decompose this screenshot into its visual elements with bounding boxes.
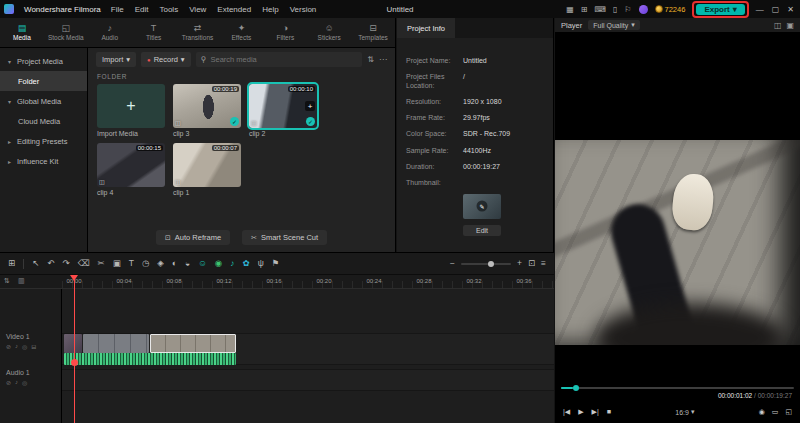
- mini-player-icon[interactable]: ▭: [772, 408, 779, 416]
- tab-stock-media[interactable]: ◱ Stock Media: [44, 18, 88, 47]
- edit-thumbnail-button[interactable]: Edit: [463, 225, 501, 236]
- previous-frame-button[interactable]: |◀: [563, 408, 570, 416]
- next-frame-button[interactable]: ▶|: [592, 408, 599, 416]
- keyframe-icon[interactable]: ◈: [157, 259, 164, 268]
- detach-player-icon[interactable]: ▣: [786, 21, 794, 30]
- chevron-right-icon[interactable]: ▸: [8, 158, 14, 165]
- mobile-device-icon[interactable]: ▯: [613, 5, 617, 14]
- snapshot-icon[interactable]: ◉: [759, 408, 765, 416]
- export-button[interactable]: Export ▾: [696, 4, 744, 15]
- zoom-slider[interactable]: [461, 263, 511, 265]
- coin-balance[interactable]: 72246: [655, 5, 686, 14]
- playhead-dot[interactable]: [71, 359, 78, 366]
- import-media-tile[interactable]: + Import Media: [97, 84, 165, 137]
- tab-transitions[interactable]: ⇄ Transitions: [176, 18, 220, 47]
- chevron-right-icon[interactable]: ▸: [8, 138, 14, 145]
- sidebar-item-project-media[interactable]: ▾ Project Media: [0, 51, 87, 71]
- chevron-down-icon[interactable]: ▾: [8, 58, 14, 65]
- sidebar-item-cloud-media[interactable]: Cloud Media: [0, 111, 87, 131]
- notification-bell-icon[interactable]: ⚐: [624, 5, 631, 14]
- timeline-clip-segment-selected[interactable]: [150, 334, 236, 353]
- layout-grid-icon[interactable]: ⊞: [8, 259, 15, 268]
- fullscreen-icon[interactable]: ◱: [785, 408, 792, 416]
- track-disable-icon[interactable]: ⊘: [6, 343, 11, 350]
- playback-scrubber[interactable]: [561, 386, 794, 390]
- smart-cut-icon[interactable]: ◉: [215, 259, 222, 268]
- ai-color-icon[interactable]: ✿: [243, 259, 250, 268]
- clip-thumbnail[interactable]: 00:00:07 ◫: [173, 143, 241, 187]
- color-icon[interactable]: ◐: [172, 259, 177, 268]
- tab-templates[interactable]: ⊟ Templates: [351, 18, 395, 47]
- minimize-button[interactable]: —: [756, 5, 764, 14]
- layout-icon[interactable]: ⊞: [581, 5, 588, 14]
- media-search-box[interactable]: ⚲: [196, 52, 363, 67]
- clip-thumbnail[interactable]: 00:00:15 ◫: [97, 143, 165, 187]
- track-resize-icon[interactable]: ⇅: [4, 277, 10, 285]
- timeline-ruler[interactable]: ⇅ ▥ 00:00 00:04 00:08 00:12 00:16 00:20 …: [0, 275, 554, 289]
- fit-timeline-icon[interactable]: ⊡: [528, 259, 535, 268]
- undo-icon[interactable]: ↶: [47, 259, 54, 268]
- pencil-edit-icon[interactable]: ✎: [477, 201, 488, 212]
- track-lock-icon[interactable]: ⊟: [31, 343, 36, 350]
- menu-help[interactable]: Help: [262, 5, 278, 14]
- maximize-button[interactable]: ▢: [772, 5, 780, 14]
- gift-icon[interactable]: ▦: [566, 5, 574, 14]
- filter-icon[interactable]: ⇅: [367, 55, 374, 64]
- tab-effects[interactable]: ✦ Effects: [219, 18, 263, 47]
- menu-file[interactable]: File: [111, 5, 124, 14]
- tab-filters[interactable]: ◑ Filters: [263, 18, 307, 47]
- track-mute-icon[interactable]: ♪: [15, 343, 18, 350]
- track-hide-icon[interactable]: ◎: [22, 343, 27, 350]
- select-tool-icon[interactable]: ↖: [32, 259, 39, 268]
- sidebar-item-global-media[interactable]: ▾ Global Media: [0, 91, 87, 111]
- timeline-lanes[interactable]: [62, 289, 554, 423]
- ai-audio-icon[interactable]: ♪: [230, 259, 234, 268]
- media-clip-1[interactable]: 00:00:07 ◫ clip 1: [173, 143, 241, 196]
- tab-stickers[interactable]: ☺ Stickers: [307, 18, 351, 47]
- tab-titles[interactable]: T Titles: [132, 18, 176, 47]
- tab-project-info[interactable]: Project Info: [397, 18, 455, 38]
- redo-icon[interactable]: ↷: [62, 259, 69, 268]
- speed-icon[interactable]: ◷: [142, 259, 149, 268]
- zoom-in-icon[interactable]: +: [517, 259, 522, 268]
- import-media-thumbnail[interactable]: +: [97, 84, 165, 128]
- delete-icon[interactable]: ⌫: [78, 259, 90, 268]
- export-caret-icon[interactable]: ▾: [733, 5, 737, 14]
- auto-reframe-button[interactable]: ⊡ Auto Reframe: [156, 230, 230, 245]
- clip-thumbnail[interactable]: 00:00:19 ◫ ✓: [173, 84, 241, 128]
- media-clip-4[interactable]: 00:00:15 ◫ clip 4: [97, 143, 165, 196]
- track-hide-icon[interactable]: ◎: [22, 379, 27, 386]
- media-clip-3[interactable]: 00:00:19 ◫ ✓ clip 3: [173, 84, 241, 137]
- video-viewport[interactable]: [555, 32, 800, 382]
- chevron-down-icon[interactable]: ▾: [8, 98, 14, 105]
- menu-extended[interactable]: Extended: [217, 5, 251, 14]
- zoom-out-icon[interactable]: −: [450, 259, 455, 268]
- microphone-icon[interactable]: ψ: [258, 259, 264, 268]
- ai-portrait-icon[interactable]: ☺: [198, 259, 207, 268]
- close-button[interactable]: ✕: [787, 5, 794, 14]
- scrubber-track[interactable]: [561, 387, 794, 389]
- menu-view[interactable]: View: [189, 5, 206, 14]
- quality-dropdown[interactable]: Full Quality ▾: [588, 20, 640, 30]
- marker-icon[interactable]: ⚑: [272, 259, 280, 268]
- video-track-header[interactable]: Video 1 ⊘ ♪ ◎ ⊟: [0, 333, 61, 350]
- audio-track-lane[interactable]: [62, 369, 554, 391]
- tab-audio[interactable]: ♪ Audio: [88, 18, 132, 47]
- media-clip-2[interactable]: 00:00:10 ◫ ✓ + clip 2: [249, 84, 317, 137]
- search-input[interactable]: [210, 55, 357, 64]
- scrubber-handle[interactable]: [573, 385, 579, 391]
- aspect-ratio-dropdown[interactable]: 16:9 ▾: [675, 408, 694, 416]
- track-mute-icon[interactable]: ♪: [15, 379, 18, 386]
- text-tool-icon[interactable]: T: [129, 259, 134, 268]
- pip-icon[interactable]: ◫: [774, 21, 782, 30]
- audio-waveform[interactable]: [64, 353, 236, 365]
- mask-icon[interactable]: ◒: [185, 259, 190, 268]
- playhead-line[interactable]: [74, 275, 75, 423]
- project-thumbnail[interactable]: ✎: [463, 194, 501, 219]
- stop-button[interactable]: ■: [607, 408, 611, 416]
- video-track-lane[interactable]: [62, 333, 554, 365]
- keyboard-shortcuts-icon[interactable]: ⌨: [594, 5, 606, 14]
- record-button[interactable]: ● Record ▾: [141, 52, 191, 67]
- sidebar-item-influence-kit[interactable]: ▸ Influence Kit: [0, 151, 87, 171]
- sidebar-item-folder[interactable]: Folder: [0, 71, 87, 91]
